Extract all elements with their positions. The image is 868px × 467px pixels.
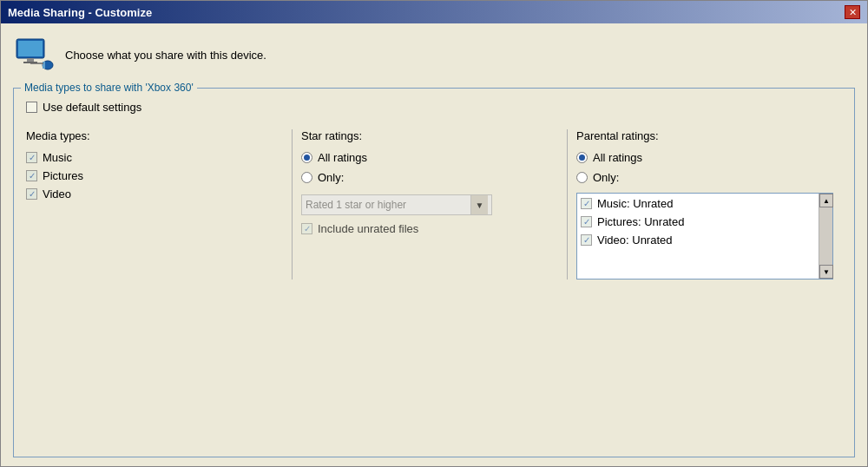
music-checkbox[interactable] [26,152,37,163]
star-only-label: Only: [318,171,344,184]
parental-only-label: Only: [593,171,619,184]
svg-rect-2 [27,58,34,62]
star-all-ratings-label: All ratings [318,151,367,164]
parental-list: Music: Unrated Pictures: Unrated Video: … [576,193,833,280]
music-row[interactable]: Music [26,151,283,164]
parental-ratings-title: Parental ratings: [576,129,833,142]
parental-ratings-column: Parental ratings: All ratings Only: [568,129,842,280]
svg-rect-1 [18,41,43,56]
parental-only-row[interactable]: Only: [576,171,833,184]
include-unrated-checkbox[interactable] [301,223,312,234]
video-checkbox[interactable] [26,188,37,200]
parental-all-ratings-row[interactable]: All ratings [576,151,833,164]
star-rating-dropdown-value: Rated 1 star or higher [306,199,406,211]
parental-list-scrollbar[interactable]: ▲ ▼ [819,194,832,279]
media-types-column: Media types: Music Pictures Video [26,129,293,280]
music-unrated-row[interactable]: Music: Unrated [581,197,815,210]
video-row[interactable]: Video [26,187,283,201]
pictures-label: Pictures [43,169,83,182]
parental-only-radio[interactable] [576,172,588,183]
star-only-radio[interactable] [301,172,312,183]
pictures-row[interactable]: Pictures [26,169,283,182]
pictures-checkbox[interactable] [26,170,37,181]
star-ratings-column: Star ratings: All ratings Only: Rated 1 … [293,129,568,280]
star-rating-dropdown[interactable]: Rated 1 star or higher ▼ [301,194,492,215]
scroll-track [819,207,832,265]
parental-list-inner: Music: Unrated Pictures: Unrated Video: … [581,197,829,247]
parental-all-ratings-radio[interactable] [576,152,588,163]
music-label: Music [43,151,72,164]
parental-all-ratings-label: All ratings [593,151,642,164]
media-types-title: Media types: [26,129,283,142]
header-section: Choose what you share with this device. [13,32,855,81]
scroll-down-button[interactable]: ▼ [819,265,833,279]
star-all-ratings-radio[interactable] [301,152,312,163]
include-unrated-label: Include unrated files [318,222,418,235]
video-unrated-checkbox[interactable] [581,234,592,246]
pictures-unrated-row[interactable]: Pictures: Unrated [581,215,815,228]
star-dropdown-row: Rated 1 star or higher ▼ [301,194,558,215]
group-box: Media types to share with 'Xbox 360' Use… [13,88,855,457]
close-button[interactable]: ✕ [845,5,860,19]
scroll-up-button[interactable]: ▲ [819,194,833,207]
window-title: Media Sharing - Customize [8,6,152,19]
group-box-legend: Media types to share with 'Xbox 360' [21,82,197,94]
include-unrated-row[interactable]: Include unrated files [301,222,558,235]
default-settings-checkbox[interactable] [26,102,37,113]
default-settings-label: Use default settings [43,101,141,114]
video-unrated-label: Video: Unrated [597,234,673,247]
computer-icon [13,37,55,72]
header-text: Choose what you share with this device. [65,49,266,62]
star-only-row[interactable]: Only: [301,171,558,184]
main-window: Media Sharing - Customize ✕ [0,0,868,467]
dialog-content: Choose what you share with this device. … [1,23,867,466]
star-ratings-title: Star ratings: [301,129,558,142]
dropdown-arrow-icon[interactable]: ▼ [470,195,488,214]
svg-rect-5 [43,62,45,69]
video-label: Video [43,187,71,201]
title-bar: Media Sharing - Customize ✕ [1,1,867,23]
pictures-unrated-checkbox[interactable] [581,216,592,227]
video-unrated-row[interactable]: Video: Unrated [581,234,815,247]
default-settings-row[interactable]: Use default settings [26,101,842,114]
music-unrated-label: Music: Unrated [597,197,673,210]
music-unrated-checkbox[interactable] [581,198,592,209]
pictures-unrated-label: Pictures: Unrated [597,215,684,228]
three-columns: Media types: Music Pictures Video [26,129,842,280]
star-all-ratings-row[interactable]: All ratings [301,151,558,164]
